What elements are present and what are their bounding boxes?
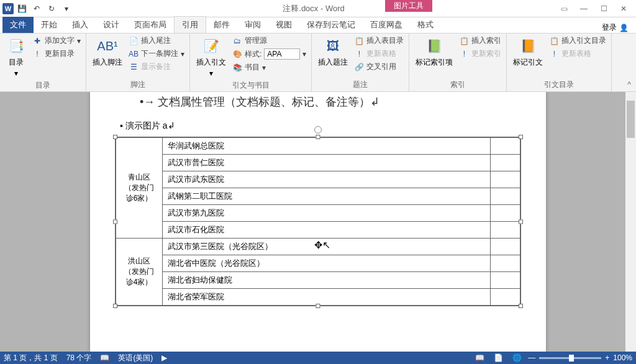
scroll-thumb[interactable] [627,101,635,138]
status-proofing-icon[interactable]: 📖 [100,353,109,362]
qat-customize-icon[interactable]: ▾ [60,2,73,16]
manage-sources-button[interactable]: 🗂管理源 [231,35,307,47]
insert-figures-button[interactable]: 📋插入表目录 [353,35,405,47]
rotation-handle[interactable] [314,126,322,134]
collapse-ribbon-icon[interactable]: ^ [624,79,635,90]
resize-handle-se[interactable] [519,304,523,308]
add-text-button[interactable]: ✚添加文字▾ [31,35,82,47]
chevron-down-icon: ▾ [209,69,213,78]
table-cell [490,222,520,239]
insert-auth-icon: 📋 [549,36,559,46]
table-cell [490,205,520,222]
tab-format[interactable]: 格式 [410,17,441,33]
view-print-icon[interactable]: 📄 [491,353,506,363]
save-icon[interactable]: 💾 [15,2,29,16]
update-table-button[interactable]: !更新表格 [353,48,405,60]
citation-style-select[interactable]: 🎨样式: ▾ [231,48,307,60]
tab-insert[interactable]: 插入 [65,17,96,33]
resize-handle-e[interactable] [519,219,523,224]
bibliography-button[interactable]: 📚书目▾ [231,61,307,73]
zoom-level[interactable]: 100% [613,353,632,362]
login-link[interactable]: 登录👤 [602,22,634,33]
status-macro-icon[interactable]: ▶ [161,353,167,362]
window-controls: ▭ ― ☐ ✕ [552,2,636,16]
insert-endnote-button[interactable]: 📄插入尾注 [127,35,186,47]
undo-icon[interactable]: ↶ [30,2,43,16]
window-title: 注释.docx - Word [76,3,552,14]
caption-icon: 🖼 [323,36,343,56]
resize-handle-s[interactable] [316,304,320,308]
selected-image[interactable]: 青山区（发热门诊6家）华润武钢总医院 武汉市普仁医院 武汉市武东医院 武钢第二职… [115,137,521,306]
tab-layout[interactable]: 页面布局 [127,17,174,33]
tab-file[interactable]: 文件 [2,17,34,33]
zoom-slider-thumb[interactable] [569,355,574,362]
tab-home[interactable]: 开始 [34,17,65,33]
insert-footnote-button[interactable]: AB¹ 插入脚注 [90,35,125,69]
zoom-slider[interactable] [539,357,601,359]
tab-baidu[interactable]: 百度网盘 [363,17,410,33]
biblio-icon: 📚 [232,63,242,73]
status-words[interactable]: 78 个字 [66,353,92,363]
table-cell [490,289,520,306]
table-cell [490,171,520,188]
show-notes-icon: ☰ [129,62,139,72]
table-cell [490,155,520,171]
insert-caption-button[interactable]: 🖼 插入题注 [316,35,350,69]
table-cell [490,255,520,272]
resize-handle-ne[interactable] [519,135,523,139]
update-toc-button[interactable]: !更新目录 [31,48,82,60]
group-citations: 📝 插入引文▾ 🗂管理源 🎨样式: ▾ 📚书目▾ 引文与书目 [190,34,312,91]
mark-citation-button[interactable]: 📙 标记引文 [511,35,545,69]
tab-design[interactable]: 设计 [96,17,127,33]
minimize-icon[interactable]: ― [575,2,593,16]
tab-cloud[interactable]: 保存到云笔记 [299,17,363,33]
table-cell: 华润武钢总医院 [163,138,491,155]
next-footnote-button[interactable]: AB下一条脚注▾ [127,48,186,60]
citation-icon: 📝 [201,36,221,56]
show-notes-button[interactable]: ☰显示备注 [127,61,186,73]
update-authorities-button[interactable]: !更新表格 [548,48,607,60]
table-cell: 湖北省中医院（光谷院区） [163,255,491,272]
cross-reference-button[interactable]: 🔗交叉引用 [353,61,405,73]
update-icon: ! [32,49,42,59]
vertical-scrollbar[interactable] [625,92,636,352]
group-authorities: 📙 标记引文 📋插入引文目录 !更新表格 引文目录 [507,34,612,91]
view-web-icon[interactable]: 🌐 [509,353,524,363]
insert-citation-button[interactable]: 📝 插入引文▾ [194,35,229,79]
zoom-in-icon[interactable]: + [605,353,609,362]
mark-index-icon: 📗 [424,36,444,56]
ribbon-tabs: 文件 开始 插入 设计 页面布局 引用 邮件 审阅 视图 保存到云笔记 百度网盘… [0,17,636,34]
update-index-button[interactable]: !更新索引 [458,48,502,60]
restore-icon[interactable]: ☐ [595,2,612,16]
picture-tools-tab[interactable]: 图片工具 [385,0,432,12]
redo-icon[interactable]: ↻ [45,2,58,16]
bullet-text: •→ 文档属性管理（文档标题、标记、备注等）↲ [140,94,521,109]
tab-view[interactable]: 视图 [268,17,299,33]
tab-references[interactable]: 引用 [174,16,206,33]
update-icon: ! [549,49,559,59]
toc-button[interactable]: 📑 目录▾ [4,35,29,79]
mark-index-button[interactable]: 📗 标记索引项 [413,35,455,69]
insert-index-button[interactable]: 📋插入索引 [458,35,502,47]
table-cell: 武汉市普仁医院 [163,155,491,171]
resize-handle-n[interactable] [316,135,320,139]
embedded-table: 青山区（发热门诊6家）华润武钢总医院 武汉市普仁医院 武汉市武东医院 武钢第二职… [116,137,520,306]
style-dropdown[interactable] [264,48,300,60]
tab-review[interactable]: 审阅 [237,17,268,33]
view-readmode-icon[interactable]: 📖 [472,353,487,363]
ribbon-options-icon[interactable]: ▭ [555,2,573,16]
tab-mail[interactable]: 邮件 [206,17,237,33]
table-cell: 湖北省妇幼保健院 [163,272,491,289]
document-area[interactable]: •→ 文档属性管理（文档标题、标记、备注等）↲ ▪ 演示图片 a↲ 青山区（发热… [0,92,636,352]
resize-handle-nw[interactable] [113,135,117,139]
zoom-out-icon[interactable]: ― [528,353,535,362]
insert-authorities-button[interactable]: 📋插入引文目录 [548,35,607,47]
group-footnote: AB¹ 插入脚注 📄插入尾注 AB下一条脚注▾ ☰显示备注 脚注 [86,34,190,91]
status-language[interactable]: 英语(美国) [118,353,153,363]
resize-handle-w[interactable] [113,219,117,224]
add-text-icon: ✚ [32,36,42,46]
close-icon[interactable]: ✕ [615,2,632,16]
status-page[interactable]: 第 1 页，共 1 页 [4,353,58,363]
word-icon: W [2,3,14,14]
resize-handle-sw[interactable] [113,304,117,308]
